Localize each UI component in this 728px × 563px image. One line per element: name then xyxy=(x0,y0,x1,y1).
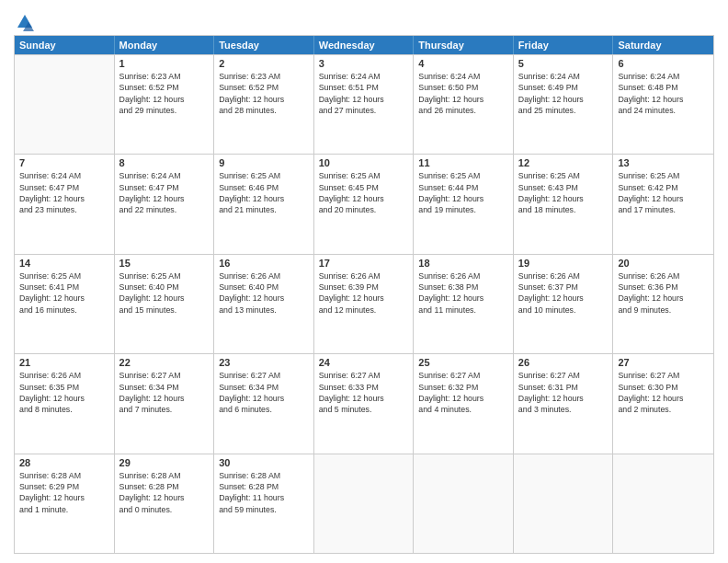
day-info: Sunrise: 6:23 AM Sunset: 6:52 PM Dayligh… xyxy=(219,71,309,116)
day-number: 14 xyxy=(19,258,109,269)
header xyxy=(14,9,714,28)
day-number: 16 xyxy=(219,258,309,269)
weekday-header: Friday xyxy=(514,36,614,54)
calendar-cell: 12Sunrise: 6:25 AM Sunset: 6:43 PM Dayli… xyxy=(514,155,614,253)
day-info: Sunrise: 6:26 AM Sunset: 6:36 PM Dayligh… xyxy=(618,270,709,316)
day-number: 6 xyxy=(618,58,709,69)
day-info: Sunrise: 6:26 AM Sunset: 6:38 PM Dayligh… xyxy=(418,270,508,316)
calendar-header: SundayMondayTuesdayWednesdayThursdayFrid… xyxy=(15,36,713,54)
calendar-cell: 2Sunrise: 6:23 AM Sunset: 6:52 PM Daylig… xyxy=(214,55,314,154)
weekday-header: Tuesday xyxy=(214,36,314,54)
day-number: 29 xyxy=(119,457,210,468)
calendar-row: 7Sunrise: 6:24 AM Sunset: 6:47 PM Daylig… xyxy=(15,154,713,253)
calendar-row: 21Sunrise: 6:26 AM Sunset: 6:35 PM Dayli… xyxy=(15,353,713,453)
logo xyxy=(14,13,34,28)
calendar-cell: 18Sunrise: 6:26 AM Sunset: 6:38 PM Dayli… xyxy=(414,255,514,353)
weekday-header: Thursday xyxy=(414,36,514,54)
calendar-cell: 8Sunrise: 6:24 AM Sunset: 6:47 PM Daylig… xyxy=(115,155,215,253)
weekday-header: Sunday xyxy=(15,36,115,54)
day-number: 18 xyxy=(418,258,508,269)
day-info: Sunrise: 6:28 AM Sunset: 6:29 PM Dayligh… xyxy=(19,470,109,515)
day-number: 23 xyxy=(219,357,309,368)
day-info: Sunrise: 6:27 AM Sunset: 6:34 PM Dayligh… xyxy=(119,370,210,415)
day-info: Sunrise: 6:27 AM Sunset: 6:30 PM Dayligh… xyxy=(618,370,709,415)
day-number: 26 xyxy=(518,357,609,368)
logo-icon xyxy=(16,13,34,31)
day-info: Sunrise: 6:26 AM Sunset: 6:35 PM Dayligh… xyxy=(19,370,109,415)
calendar-body: 1Sunrise: 6:23 AM Sunset: 6:52 PM Daylig… xyxy=(15,54,713,553)
day-number: 1 xyxy=(119,58,210,69)
calendar-cell xyxy=(15,55,115,154)
calendar-cell: 21Sunrise: 6:26 AM Sunset: 6:35 PM Dayli… xyxy=(15,354,115,453)
day-info: Sunrise: 6:26 AM Sunset: 6:40 PM Dayligh… xyxy=(219,270,309,316)
day-info: Sunrise: 6:24 AM Sunset: 6:47 PM Dayligh… xyxy=(19,170,109,215)
calendar-cell: 27Sunrise: 6:27 AM Sunset: 6:30 PM Dayli… xyxy=(613,354,713,453)
day-number: 10 xyxy=(319,157,409,168)
day-number: 25 xyxy=(418,357,508,368)
day-number: 24 xyxy=(319,357,409,368)
day-number: 7 xyxy=(19,157,109,168)
calendar-cell: 7Sunrise: 6:24 AM Sunset: 6:47 PM Daylig… xyxy=(15,155,115,253)
calendar-cell: 20Sunrise: 6:26 AM Sunset: 6:36 PM Dayli… xyxy=(613,255,713,353)
day-info: Sunrise: 6:27 AM Sunset: 6:32 PM Dayligh… xyxy=(418,370,508,415)
day-number: 2 xyxy=(219,58,309,69)
day-number: 12 xyxy=(518,157,609,168)
calendar-cell xyxy=(314,454,415,553)
page-container: SundayMondayTuesdayWednesdayThursdayFrid… xyxy=(0,0,728,563)
calendar-cell: 11Sunrise: 6:25 AM Sunset: 6:44 PM Dayli… xyxy=(414,155,514,253)
day-number: 22 xyxy=(119,357,210,368)
day-info: Sunrise: 6:24 AM Sunset: 6:48 PM Dayligh… xyxy=(618,71,709,116)
calendar-cell: 6Sunrise: 6:24 AM Sunset: 6:48 PM Daylig… xyxy=(613,55,713,154)
day-info: Sunrise: 6:26 AM Sunset: 6:39 PM Dayligh… xyxy=(319,270,409,316)
calendar-cell: 26Sunrise: 6:27 AM Sunset: 6:31 PM Dayli… xyxy=(514,354,614,453)
calendar-cell: 23Sunrise: 6:27 AM Sunset: 6:34 PM Dayli… xyxy=(214,354,314,453)
day-number: 5 xyxy=(518,58,609,69)
calendar-row: 1Sunrise: 6:23 AM Sunset: 6:52 PM Daylig… xyxy=(15,54,713,154)
calendar-cell: 17Sunrise: 6:26 AM Sunset: 6:39 PM Dayli… xyxy=(314,255,415,353)
day-info: Sunrise: 6:24 AM Sunset: 6:47 PM Dayligh… xyxy=(119,170,210,215)
weekday-header: Saturday xyxy=(613,36,713,54)
day-number: 4 xyxy=(418,58,508,69)
day-info: Sunrise: 6:23 AM Sunset: 6:52 PM Dayligh… xyxy=(119,71,210,116)
calendar-cell xyxy=(414,454,514,553)
calendar-cell xyxy=(613,454,713,553)
day-info: Sunrise: 6:28 AM Sunset: 6:28 PM Dayligh… xyxy=(119,470,210,515)
calendar-cell: 13Sunrise: 6:25 AM Sunset: 6:42 PM Dayli… xyxy=(613,155,713,253)
calendar-cell: 3Sunrise: 6:24 AM Sunset: 6:51 PM Daylig… xyxy=(314,55,415,154)
day-info: Sunrise: 6:28 AM Sunset: 6:28 PM Dayligh… xyxy=(219,470,309,515)
day-number: 21 xyxy=(19,357,109,368)
day-number: 13 xyxy=(618,157,709,168)
day-number: 3 xyxy=(319,58,409,69)
day-info: Sunrise: 6:27 AM Sunset: 6:33 PM Dayligh… xyxy=(319,370,409,415)
calendar-cell: 30Sunrise: 6:28 AM Sunset: 6:28 PM Dayli… xyxy=(214,454,314,553)
calendar-cell: 14Sunrise: 6:25 AM Sunset: 6:41 PM Dayli… xyxy=(15,255,115,353)
day-info: Sunrise: 6:25 AM Sunset: 6:43 PM Dayligh… xyxy=(518,170,609,215)
calendar-row: 14Sunrise: 6:25 AM Sunset: 6:41 PM Dayli… xyxy=(15,254,713,353)
day-info: Sunrise: 6:24 AM Sunset: 6:50 PM Dayligh… xyxy=(418,71,508,116)
calendar-cell: 25Sunrise: 6:27 AM Sunset: 6:32 PM Dayli… xyxy=(414,354,514,453)
day-number: 11 xyxy=(418,157,508,168)
day-number: 15 xyxy=(119,258,210,269)
calendar-cell: 19Sunrise: 6:26 AM Sunset: 6:37 PM Dayli… xyxy=(514,255,614,353)
day-info: Sunrise: 6:27 AM Sunset: 6:31 PM Dayligh… xyxy=(518,370,609,415)
calendar-cell: 5Sunrise: 6:24 AM Sunset: 6:49 PM Daylig… xyxy=(514,55,614,154)
day-info: Sunrise: 6:26 AM Sunset: 6:37 PM Dayligh… xyxy=(518,270,609,316)
day-number: 27 xyxy=(618,357,709,368)
day-info: Sunrise: 6:25 AM Sunset: 6:46 PM Dayligh… xyxy=(219,170,309,215)
weekday-header: Wednesday xyxy=(314,36,415,54)
calendar-cell: 29Sunrise: 6:28 AM Sunset: 6:28 PM Dayli… xyxy=(115,454,215,553)
calendar-cell: 1Sunrise: 6:23 AM Sunset: 6:52 PM Daylig… xyxy=(115,55,215,154)
calendar-cell: 24Sunrise: 6:27 AM Sunset: 6:33 PM Dayli… xyxy=(314,354,415,453)
weekday-header: Monday xyxy=(115,36,215,54)
calendar: SundayMondayTuesdayWednesdayThursdayFrid… xyxy=(14,35,714,554)
calendar-cell xyxy=(514,454,614,553)
day-info: Sunrise: 6:25 AM Sunset: 6:45 PM Dayligh… xyxy=(319,170,409,215)
calendar-row: 28Sunrise: 6:28 AM Sunset: 6:29 PM Dayli… xyxy=(15,454,713,553)
calendar-cell: 4Sunrise: 6:24 AM Sunset: 6:50 PM Daylig… xyxy=(414,55,514,154)
day-number: 8 xyxy=(119,157,210,168)
calendar-cell: 10Sunrise: 6:25 AM Sunset: 6:45 PM Dayli… xyxy=(314,155,415,253)
day-number: 19 xyxy=(518,258,609,269)
day-info: Sunrise: 6:25 AM Sunset: 6:42 PM Dayligh… xyxy=(618,170,709,215)
day-info: Sunrise: 6:25 AM Sunset: 6:41 PM Dayligh… xyxy=(19,270,109,316)
calendar-cell: 22Sunrise: 6:27 AM Sunset: 6:34 PM Dayli… xyxy=(115,354,215,453)
